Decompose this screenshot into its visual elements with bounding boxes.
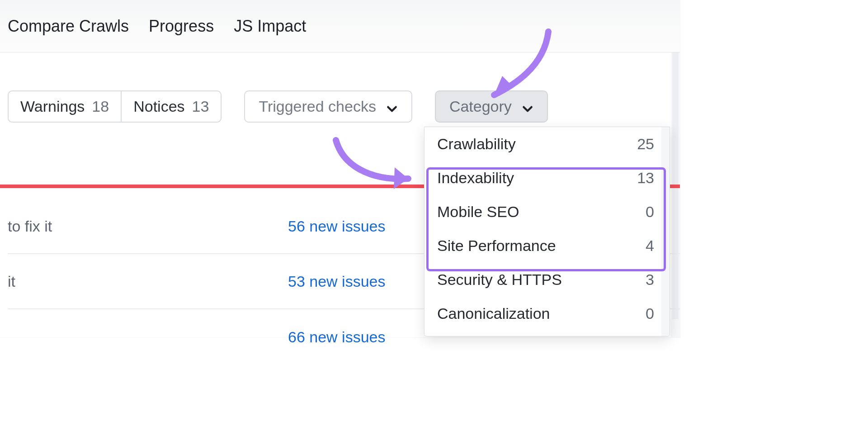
warnings-label: Warnings (20, 98, 85, 115)
filter-bar: Warnings 18 Notices 13 Triggered checks … (8, 90, 548, 123)
dropdown-scrollbar-thumb[interactable] (662, 189, 669, 315)
chevron-down-icon (522, 101, 533, 113)
category-count: 0 (646, 305, 654, 322)
category-dropdown-panel: Crawlability 25 Indexability 13 Mobile S… (424, 127, 670, 336)
notices-pill[interactable]: Notices 13 (121, 91, 221, 122)
category-option-crawlability[interactable]: Crawlability 25 (425, 127, 670, 161)
category-name: Crawlability (437, 135, 516, 153)
tab-progress[interactable]: Progress (149, 17, 214, 36)
notices-count: 13 (192, 98, 209, 115)
category-option-site-performance[interactable]: Site Performance 4 (425, 229, 670, 263)
category-option-indexability[interactable]: Indexability 13 (425, 161, 670, 195)
category-option-mobile-seo[interactable]: Mobile SEO 0 (425, 195, 670, 229)
category-name: Security & HTTPS (437, 271, 562, 289)
new-issues-link[interactable]: 53 new issues (288, 273, 385, 290)
annotation-arrow (327, 136, 426, 190)
chevron-down-icon (386, 101, 398, 113)
triggered-checks-label: Triggered checks (259, 98, 376, 115)
category-option-canonicalization[interactable]: Canonicalization 0 (425, 297, 670, 331)
warnings-pill[interactable]: Warnings 18 (9, 91, 121, 122)
issue-snippet: it (8, 273, 288, 290)
new-issues-link[interactable]: 66 new issues (288, 328, 385, 346)
category-dropdown[interactable]: Category (435, 90, 548, 123)
category-label: Category (449, 98, 512, 115)
top-tabs: Compare Crawls Progress JS Impact (0, 0, 680, 52)
category-name: Canonicalization (437, 305, 550, 322)
notices-label: Notices (133, 98, 184, 115)
category-option-security-https[interactable]: Security & HTTPS 3 (425, 263, 670, 297)
triggered-checks-dropdown[interactable]: Triggered checks (244, 90, 412, 123)
severity-pillgroup: Warnings 18 Notices 13 (8, 90, 222, 123)
tab-compare-crawls[interactable]: Compare Crawls (8, 17, 129, 36)
new-issues-link[interactable]: 56 new issues (288, 218, 385, 235)
scroll-up-icon[interactable]: ▲ (663, 128, 668, 133)
category-count: 13 (637, 169, 654, 187)
category-name: Indexability (437, 169, 514, 187)
category-name: Mobile SEO (437, 203, 519, 221)
category-count: 25 (637, 135, 654, 153)
category-count: 4 (646, 237, 654, 255)
tab-js-impact[interactable]: JS Impact (234, 17, 306, 36)
category-count: 3 (646, 271, 654, 289)
screenshot-stage: Compare Crawls Progress JS Impact Warnin… (0, 0, 680, 337)
category-count: 0 (646, 203, 654, 221)
scroll-down-icon[interactable]: ▼ (663, 330, 668, 335)
warnings-count: 18 (92, 98, 109, 115)
category-name: Site Performance (437, 237, 556, 255)
issue-snippet: to fix it (8, 218, 288, 235)
